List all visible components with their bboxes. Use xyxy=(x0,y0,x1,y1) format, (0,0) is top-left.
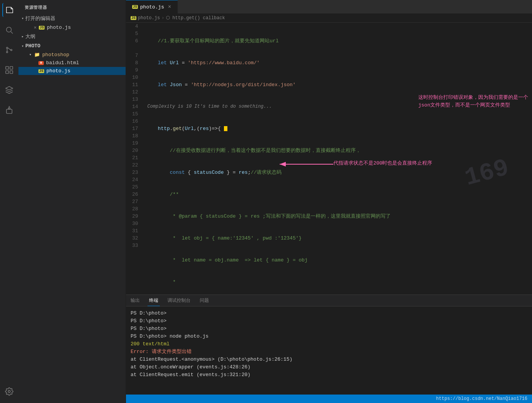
photo-js-file[interactable]: JS photo.js xyxy=(18,67,126,75)
code-line-7: http.get(Url,(res)=>{ xyxy=(146,125,529,132)
svg-line-1 xyxy=(11,32,13,33)
svg-rect-11 xyxy=(7,109,12,113)
tab-label: photo.js xyxy=(140,4,164,10)
tab-close-button[interactable]: × xyxy=(168,4,171,10)
terminal-line-7: at ClientRequest.<anonymous> (D:\photo\p… xyxy=(131,356,527,363)
svg-line-6 xyxy=(8,48,10,50)
outline-section: ▸ 大纲 xyxy=(18,32,126,42)
svg-rect-9 xyxy=(6,71,8,73)
code-content: //1.要获取某个目标网站的图片，就要先知道网站url let Url = 'h… xyxy=(143,23,532,295)
open-editors-chevron: ▾ xyxy=(22,16,24,21)
terminal-panel: 输出 终端 调试控制台 问题 PS D:\photo> PS D:\photo>… xyxy=(126,295,532,395)
line-numbers: 4 5 6 7 8 9 10 11 12 13 14 15 16 17 18 xyxy=(126,23,143,295)
terminal-line-4: PS D:\photo> node photo.js xyxy=(131,333,527,340)
breadcrumb-sep: › xyxy=(161,15,164,21)
folder-icon: 📁 xyxy=(34,52,40,58)
terminal-tabs: 输出 终端 调试控制台 问题 xyxy=(126,295,532,306)
photoshop-folder[interactable]: ▾ 📁 photoshop xyxy=(18,50,126,59)
search-icon[interactable] xyxy=(2,23,16,37)
status-bar: https://blog.csdn.net/NanQiao1716 xyxy=(126,395,532,403)
terminal-line-9: at ClientRequest.emit (events.js:321:20) xyxy=(131,371,527,379)
outline-label: 大纲 xyxy=(25,33,35,40)
js-badge-2: JS xyxy=(38,69,44,73)
code-hint: Complexity is 10 It's time to do somethi… xyxy=(146,103,529,110)
photo-folder-chevron: ▾ xyxy=(22,44,24,48)
svg-point-2 xyxy=(7,47,8,49)
photo-js-label: photo.js xyxy=(46,68,70,74)
terminal-line-3: PS D:\photo> xyxy=(131,325,527,333)
photo-js-editor-item[interactable]: ✕ JS photo.js xyxy=(18,23,126,32)
sidebar: 资源管理器 ▾ 打开的编辑器 ✕ JS photo.js ▸ 大纲 ▾ PHOT… xyxy=(18,0,126,403)
svg-point-3 xyxy=(7,52,8,53)
code-line-14: * xyxy=(146,278,529,286)
photo-folder-label: PHOTO xyxy=(25,43,40,49)
terminal-line-2: PS D:\photo> xyxy=(131,317,527,325)
photo-js-editor-label: photo.js xyxy=(47,25,71,30)
open-editors-header[interactable]: ▾ 打开的编辑器 xyxy=(18,13,126,23)
files-icon[interactable] xyxy=(2,3,16,17)
svg-point-0 xyxy=(7,27,12,32)
svg-point-4 xyxy=(11,49,12,51)
baidu1-html-label: baidu1.html xyxy=(46,60,79,66)
breadcrumb-file: photo.js xyxy=(138,15,160,21)
tab-terminal[interactable]: 终端 xyxy=(148,295,160,306)
terminal-line-6: Error: 请求文件类型出错 xyxy=(131,348,527,356)
open-editors-label: 打开的编辑器 xyxy=(25,15,55,22)
code-line-12: * let obj = { name:'12345' , pwd :'12345… xyxy=(146,235,529,242)
breadcrumb-js-badge: JS xyxy=(131,16,136,20)
main-area: JS photo.js × JS photo.js › ⬡ http.get()… xyxy=(126,0,532,403)
terminal-line-1: PS D:\photo> xyxy=(131,310,527,317)
sidebar-title: 资源管理器 xyxy=(18,0,126,13)
baidu1-html-item[interactable]: H baidu1.html xyxy=(18,59,126,67)
tab-bar: JS photo.js × xyxy=(126,0,532,13)
editor-container: 4 5 6 7 8 9 10 11 12 13 14 15 16 17 18 xyxy=(126,23,532,403)
terminal-line-8: at Object.onceWrapper (events.js:428:26) xyxy=(131,363,527,371)
code-line-6: let Json = 'http://nodejs.org/dist/index… xyxy=(146,81,529,88)
svg-rect-10 xyxy=(10,71,13,73)
tab-output[interactable]: 输出 xyxy=(129,295,141,306)
code-line-11: * @param { statusCode } = res ;写法和下面的写法是… xyxy=(146,213,529,220)
svg-rect-8 xyxy=(10,67,13,69)
breadcrumb-scope: ⬡ http.get() callback xyxy=(166,15,225,21)
photo-js-tab[interactable]: JS photo.js × xyxy=(126,0,178,13)
svg-point-12 xyxy=(8,390,10,393)
code-line-4: //1.要获取某个目标网站的图片，就要先知道网站url xyxy=(146,37,529,45)
photo-folder-header[interactable]: ▾ PHOTO xyxy=(18,42,126,50)
svg-rect-7 xyxy=(6,67,8,69)
code-view: 4 5 6 7 8 9 10 11 12 13 14 15 16 17 18 xyxy=(126,23,532,295)
outline-chevron: ▸ xyxy=(22,34,24,39)
code-line-13: * let name = obj.name => let { name } = … xyxy=(146,256,529,264)
activity-bar xyxy=(0,0,18,403)
terminal-content[interactable]: PS D:\photo> PS D:\photo> PS D:\photo> P… xyxy=(126,306,532,395)
code-line-9: const { statusCode } = res;//请求状态码 xyxy=(146,169,529,176)
terminal-line-5: 200 text/html xyxy=(131,340,527,348)
photoshop-chevron: ▾ xyxy=(29,52,31,57)
code-line-10: /** xyxy=(146,191,529,198)
source-control-icon[interactable] xyxy=(2,43,16,57)
brush-icon[interactable] xyxy=(2,103,16,117)
breadcrumb: JS photo.js › ⬡ http.get() callback xyxy=(126,13,532,23)
code-line-5: let Url = 'https://www.baidu.com/' xyxy=(146,59,529,67)
outline-header[interactable]: ▸ 大纲 xyxy=(18,32,126,42)
settings-icon[interactable] xyxy=(2,385,16,398)
code-line-8: //在接受收数据进行判断，当着这个数据不是我们想要的数据时，直接截断终止程序， xyxy=(146,147,529,154)
tab-debug-console[interactable]: 调试控制台 xyxy=(166,295,192,306)
html-badge: H xyxy=(38,61,44,65)
close-icon[interactable]: ✕ xyxy=(34,25,36,30)
extensions-icon[interactable] xyxy=(2,63,16,77)
photoshop-label: photoshop xyxy=(42,52,69,58)
status-bar-url: https://blog.csdn.net/NanQiao1716 xyxy=(436,396,527,401)
tab-problems[interactable]: 问题 xyxy=(198,295,210,306)
tab-js-badge: JS xyxy=(132,5,138,9)
editor-area[interactable]: 4 5 6 7 8 9 10 11 12 13 14 15 16 17 18 xyxy=(126,23,532,295)
photo-folder-section: ▾ PHOTO ▾ 📁 photoshop H baidu1.html JS p… xyxy=(18,42,126,75)
open-editors-section: ▾ 打开的编辑器 ✕ JS photo.js xyxy=(18,13,126,32)
run-icon[interactable] xyxy=(2,83,16,97)
js-badge: JS xyxy=(39,26,45,30)
